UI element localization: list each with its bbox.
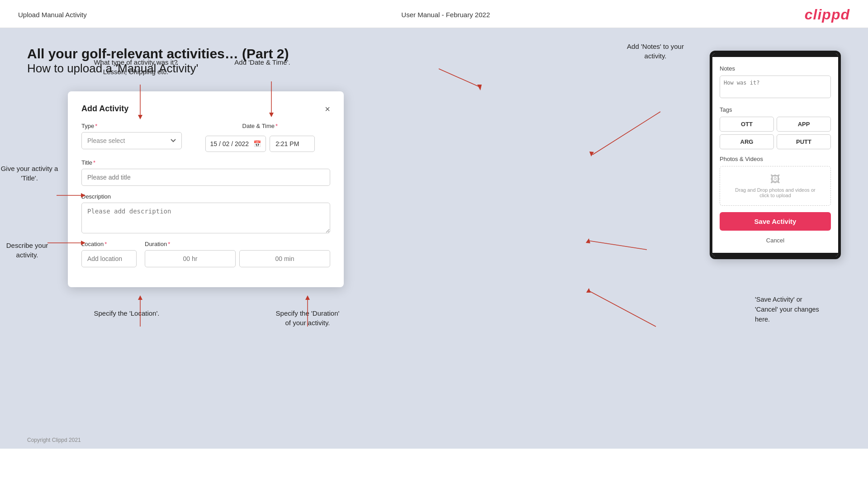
dialog-title: Add Activity [81,104,128,114]
svg-marker-19 [586,288,591,293]
footer: Copyright Clippd 2021 [27,437,81,443]
annotation-duration: Specify the 'Duration' of your activity. [262,308,353,327]
svg-marker-15 [589,152,594,156]
type-datetime-row: Type* Please select Date & Time* 15 / 02… [81,123,330,152]
description-textarea[interactable] [81,203,330,233]
tag-putt[interactable]: PUTT [777,134,831,149]
annotation-location: Specify the 'Location'. [86,308,167,318]
calendar-icon: 📅 [253,140,261,147]
location-input[interactable] [81,250,137,267]
upload-area[interactable]: 🖼 Drag and Drop photos and videos or cli… [720,166,831,206]
annotation-type: What type of activity was it? Lesson, Ch… [90,57,181,76]
annotation-description: Describe your activity. [0,241,54,260]
photos-section-label: Photos & Videos [720,156,831,162]
annotation-save: 'Save Activity' or 'Cancel' your changes… [755,295,863,324]
tags-section-label: Tags [720,106,831,113]
notes-textarea[interactable] [720,76,831,98]
title-label-field: Title* [81,159,330,166]
svg-line-14 [593,112,660,155]
logo: clippd [805,6,850,23]
title-input[interactable] [81,169,330,186]
type-select[interactable]: Please select [81,132,182,149]
duration-group: Duration* [145,241,330,267]
title-group: Title* [81,159,330,186]
dialog-header: Add Activity × [81,104,330,114]
svg-marker-17 [586,238,590,243]
duration-min-input[interactable] [239,250,330,267]
copyright-text: Copyright Clippd 2021 [27,437,81,443]
description-group: Description [81,193,330,233]
svg-marker-13 [477,85,482,90]
svg-line-18 [588,290,656,327]
annotation-title: Give your activity a 'Title'. [0,164,59,183]
svg-marker-11 [305,295,310,300]
datetime-label: Date & Time* [242,123,278,129]
phone-screen: Notes Tags OTT APP ARG PUTT Photos & Vid… [710,51,841,259]
datetime-group: Date & Time* 15 / 02 / 2022 📅 [190,123,330,152]
tag-ott[interactable]: OTT [720,117,774,132]
tag-app[interactable]: APP [777,117,831,132]
time-input[interactable] [270,136,315,152]
save-activity-button[interactable]: Save Activity [720,212,831,231]
svg-line-16 [588,241,647,250]
add-activity-dialog: Add Activity × Type* Please select Date … [68,91,344,287]
type-label: Type* [81,123,182,129]
location-label: Location* [81,241,137,247]
date-input[interactable]: 15 / 02 / 2022 📅 [205,136,266,152]
duration-hr-input[interactable] [145,250,236,267]
type-group: Type* Please select [81,123,182,152]
close-button[interactable]: × [325,104,330,114]
annotation-notes: Add 'Notes' to your activity. [610,42,701,61]
location-duration-row: Location* Duration* [81,241,330,267]
cancel-link[interactable]: Cancel [720,235,831,246]
upload-icon: 🖼 [724,174,827,185]
main-content: All your golf-relevant activities… (Part… [0,28,868,449]
notes-section-label: Notes [720,65,831,72]
description-label: Description [81,193,330,200]
page-label: Upload Manual Activity [18,11,87,19]
phone-inner: Notes Tags OTT APP ARG PUTT Photos & Vid… [712,57,838,253]
annotation-datetime: Add 'Date & Time'. [222,57,303,67]
tag-arg[interactable]: ARG [720,134,774,149]
duration-inputs [145,250,330,267]
phone-panel: Notes Tags OTT APP ARG PUTT Photos & Vid… [710,51,841,259]
top-bar: Upload Manual Activity User Manual - Feb… [0,0,868,28]
location-group: Location* [81,241,137,267]
tags-grid: OTT APP ARG PUTT [720,117,831,149]
duration-label: Duration* [145,241,330,247]
upload-text: Drag and Drop photos and videos or click… [724,187,827,198]
svg-marker-9 [138,295,142,300]
manual-label: User Manual - February 2022 [401,11,490,19]
